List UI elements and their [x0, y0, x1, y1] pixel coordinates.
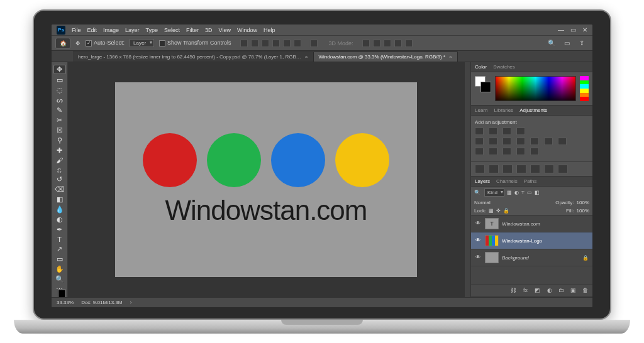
- tab-paths[interactable]: Paths: [524, 178, 536, 184]
- type-tool[interactable]: T: [53, 236, 66, 243]
- layer-row-background[interactable]: 👁 Background 🔒: [471, 249, 592, 266]
- filter-pixel-icon[interactable]: ▦: [507, 190, 512, 195]
- brush-tool[interactable]: 🖌: [53, 156, 66, 164]
- tab-layers[interactable]: Layers: [475, 178, 490, 184]
- tab-adjustments[interactable]: Adjustments: [519, 107, 547, 113]
- layer-style-icon[interactable]: fx: [521, 287, 530, 295]
- layer-name[interactable]: Background: [502, 255, 529, 261]
- adj-channelmix-icon[interactable]: [544, 138, 553, 145]
- menu-image[interactable]: Image: [103, 27, 119, 33]
- crop-tool[interactable]: ✂: [53, 116, 66, 124]
- adj-curves-icon[interactable]: [502, 128, 511, 135]
- eyedropper-tool[interactable]: ⚲: [53, 136, 66, 144]
- tab-libraries[interactable]: Libraries: [494, 107, 513, 113]
- adj-preset-icon[interactable]: [530, 165, 540, 173]
- adj-preset-icon[interactable]: [489, 165, 499, 173]
- tab-swatches[interactable]: Swatches: [493, 64, 515, 70]
- adj-vibrance-icon[interactable]: [475, 138, 484, 145]
- hue-column[interactable]: [580, 76, 589, 101]
- mode-3d-icon[interactable]: [405, 40, 413, 47]
- align-icon[interactable]: [240, 40, 248, 47]
- hand-tool[interactable]: ✋: [53, 265, 66, 273]
- search-icon[interactable]: 🔍: [547, 39, 556, 48]
- menu-select[interactable]: Select: [164, 27, 180, 33]
- adj-preset-icon[interactable]: [475, 165, 485, 173]
- adj-colorbal-icon[interactable]: [502, 138, 511, 145]
- pen-tool[interactable]: ✒: [53, 226, 66, 234]
- adj-levels-icon[interactable]: [489, 128, 497, 135]
- close-tab-icon[interactable]: ×: [449, 54, 452, 60]
- blend-mode-dropdown[interactable]: Normal: [474, 200, 509, 205]
- adj-preset-icon[interactable]: [558, 165, 568, 173]
- lasso-tool[interactable]: ᔕ: [53, 96, 66, 104]
- tab-channels[interactable]: Channels: [496, 178, 518, 184]
- filter-shape-icon[interactable]: ▭: [527, 190, 532, 195]
- group-icon[interactable]: 🗀: [557, 287, 565, 295]
- home-button[interactable]: 🏠: [55, 38, 70, 49]
- frame-tool[interactable]: ☒: [53, 126, 66, 134]
- background-swatch[interactable]: [480, 82, 491, 92]
- menu-file[interactable]: File: [72, 27, 81, 33]
- lock-all-icon[interactable]: 🔒: [503, 208, 509, 214]
- dodge-tool[interactable]: ◐: [53, 215, 66, 224]
- visibility-icon[interactable]: 👁: [474, 254, 482, 261]
- menu-help[interactable]: Help: [264, 27, 275, 33]
- new-layer-icon[interactable]: ▣: [569, 287, 577, 295]
- layer-row[interactable]: 👁 T Windowstan.com: [471, 215, 592, 232]
- visibility-icon[interactable]: 👁: [474, 220, 482, 227]
- fill-field[interactable]: 100%: [577, 208, 589, 214]
- clone-tool[interactable]: ⎌: [53, 166, 66, 173]
- menu-3d[interactable]: 3D: [205, 27, 213, 33]
- adj-preset-icon[interactable]: [544, 165, 554, 173]
- adj-hue-icon[interactable]: [489, 138, 497, 145]
- menu-edit[interactable]: Edit: [87, 27, 97, 33]
- mode-3d-icon[interactable]: [362, 40, 370, 47]
- mode-3d-icon[interactable]: [384, 40, 391, 47]
- adj-selective-icon[interactable]: [530, 148, 539, 155]
- healing-tool[interactable]: ✚: [53, 146, 66, 155]
- menu-type[interactable]: Type: [146, 27, 158, 33]
- move-tool-icon[interactable]: ✥: [75, 40, 80, 46]
- align-icon[interactable]: [283, 40, 291, 47]
- menu-layer[interactable]: Layer: [125, 27, 140, 33]
- zoom-level[interactable]: 33.33%: [57, 300, 74, 305]
- fill-adj-icon[interactable]: ◐: [545, 287, 553, 295]
- adj-bw-icon[interactable]: [516, 138, 525, 145]
- opacity-field[interactable]: 100%: [577, 200, 589, 205]
- zoom-tool[interactable]: 🔍: [53, 275, 66, 283]
- restore-icon[interactable]: ▭: [570, 26, 576, 33]
- adj-preset-icon[interactable]: [502, 165, 513, 173]
- layer-name[interactable]: Windowstan.com: [502, 221, 540, 227]
- layer-name[interactable]: Windowstan-Logo: [502, 238, 542, 244]
- close-tab-icon[interactable]: ×: [305, 54, 308, 60]
- canvas[interactable]: Windowstan.com: [115, 82, 417, 277]
- adj-gradientmap-icon[interactable]: [516, 148, 525, 155]
- close-icon[interactable]: ✕: [582, 26, 587, 33]
- menu-view[interactable]: View: [219, 27, 231, 33]
- adj-exposure-icon[interactable]: [516, 128, 525, 135]
- filter-adj-icon[interactable]: ◐: [514, 190, 519, 195]
- color-spectrum[interactable]: [495, 76, 576, 101]
- more-icon[interactable]: [310, 40, 318, 47]
- adj-photo-filter-icon[interactable]: [530, 138, 539, 145]
- workspace-icon[interactable]: ▭: [562, 39, 571, 48]
- visibility-icon[interactable]: 👁: [474, 237, 482, 244]
- adj-posterize-icon[interactable]: [489, 148, 497, 155]
- blur-tool[interactable]: 💧: [53, 205, 66, 214]
- path-tool[interactable]: ↗: [53, 245, 66, 253]
- adj-brightness-icon[interactable]: [475, 128, 484, 135]
- panel-collapse-strip[interactable]: [465, 62, 471, 297]
- share-icon[interactable]: ⇪: [577, 39, 586, 48]
- history-brush-tool[interactable]: ↺: [53, 175, 66, 183]
- menu-window[interactable]: Window: [237, 27, 257, 33]
- tab-color[interactable]: Color: [475, 64, 487, 70]
- gradient-tool[interactable]: ◧: [53, 195, 66, 204]
- adj-threshold-icon[interactable]: [502, 148, 511, 155]
- lock-pixels-icon[interactable]: ▦: [489, 208, 494, 214]
- link-layers-icon[interactable]: ⛓: [509, 287, 518, 295]
- delete-layer-icon[interactable]: 🗑: [581, 287, 589, 295]
- move-tool[interactable]: ✥: [53, 65, 66, 74]
- canvas-viewport[interactable]: Windowstan.com: [68, 62, 464, 297]
- adj-lookup-icon[interactable]: [558, 138, 567, 145]
- filter-type-icon[interactable]: T: [521, 190, 525, 195]
